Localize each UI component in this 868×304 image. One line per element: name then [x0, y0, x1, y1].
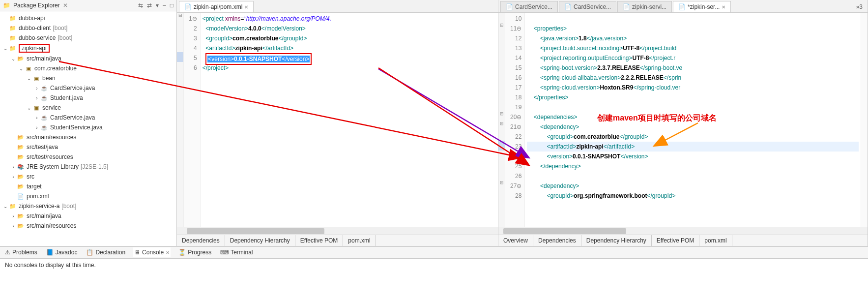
- tree-node-src[interactable]: ›📂src: [0, 172, 176, 182]
- bottom-tab-dependencies[interactable]: Dependencies: [177, 235, 225, 246]
- file-icon: 📄: [678, 3, 686, 10]
- tree-node-service[interactable]: ⌄▣service: [0, 103, 176, 113]
- tree-node-target[interactable]: 📂target: [0, 182, 176, 191]
- file-icon: 📄: [623, 3, 630, 10]
- left-bottom-tabs: DependenciesDependency HierarchyEffectiv…: [177, 235, 498, 246]
- close-tab-icon[interactable]: ✕: [244, 4, 248, 10]
- minimize-icon[interactable]: –: [163, 2, 166, 9]
- tree-node-pom-xml[interactable]: 📄pom.xml: [0, 191, 176, 201]
- left-code[interactable]: <project xmlns="http://maven.apache.org/…: [201, 13, 498, 227]
- tree-node-src-main-resources[interactable]: 📂src/main/resources: [0, 132, 176, 142]
- right-h-scrollbar[interactable]: [498, 227, 868, 235]
- file-icon: 📄: [564, 3, 572, 10]
- javadoc-icon: 📘: [46, 249, 54, 256]
- tree-node-dubbo-service[interactable]: 📁dubbo-service[boot]: [0, 33, 176, 43]
- tree-node-src-main-java[interactable]: ⌄📂src/main/java: [0, 54, 176, 63]
- close-icon[interactable]: ✕: [166, 250, 170, 255]
- tree-node-src-main-resources[interactable]: ›📂src/main/resources: [0, 221, 176, 231]
- tree-node-dubbo-client[interactable]: 📁dubbo-client[boot]: [0, 23, 176, 33]
- bottom-tab-overview[interactable]: Overview: [498, 235, 533, 246]
- console-tab-declaration[interactable]: 📋Declaration: [85, 247, 126, 257]
- package-explorer-tree[interactable]: 📁dubbo-api📁dubbo-client[boot]📁dubbo-serv…: [0, 11, 176, 246]
- console-body: No consoles to display at this time.: [0, 259, 868, 272]
- bottom-tab-dependencies[interactable]: Dependencies: [533, 235, 581, 246]
- tree-node-cardservice-java[interactable]: ›☕CardService.java: [0, 83, 176, 93]
- bottom-tab-effective-pom[interactable]: Effective POM: [652, 235, 699, 246]
- bottom-tab-dependency-hierarchy[interactable]: Dependency Hierarchy: [225, 235, 295, 246]
- tab-zipkin-servi---[interactable]: 📄zipkin-servi...: [617, 1, 672, 12]
- xml-file-icon: 📄: [184, 3, 192, 10]
- collapse-all-icon[interactable]: ⇆: [138, 2, 143, 9]
- tree-node-src-test-java[interactable]: 📂src/test/java: [0, 142, 176, 152]
- package-explorer-header: 📁 Package Explorer ✕ ⇆ ⇄ ▾ – □: [0, 0, 176, 11]
- folder-icon: 📁: [3, 2, 10, 9]
- right-gutter: 1011⊖121314151617181920⊖21⊖222324252627⊖…: [505, 13, 525, 227]
- console-tabs: ⚠Problems📘Javadoc📋Declaration🖥Console ✕⏳…: [0, 246, 868, 259]
- link-editor-icon[interactable]: ⇄: [147, 2, 152, 9]
- right-editor-pane: 📄CardService...📄CardService...📄zipkin-se…: [498, 0, 868, 246]
- console-tab-terminal[interactable]: ⌨Terminal: [219, 247, 254, 257]
- console-tab-progress[interactable]: ⏳Progress: [177, 247, 212, 257]
- terminal-icon: ⌨: [220, 249, 229, 256]
- right-code[interactable]: <properties> <java.version>1.8</java.ver…: [525, 13, 861, 227]
- tree-node-com-creatorblue[interactable]: ⌄▣com.creatorblue: [0, 63, 176, 73]
- console-area: ⚠Problems📘Javadoc📋Declaration🖥Console ✕⏳…: [0, 246, 868, 272]
- tab-zipkin-api-pom[interactable]: 📄 zipkin-api/pom.xml ✕: [179, 1, 254, 12]
- right-editor-tabs: 📄CardService...📄CardService...📄zipkin-se…: [498, 0, 868, 13]
- bottom-tab-pom.xml[interactable]: pom.xml: [699, 235, 732, 246]
- view-menu-icon[interactable]: ▾: [156, 2, 159, 9]
- package-explorer-view: 📁 Package Explorer ✕ ⇆ ⇄ ▾ – □ 📁dubbo-ap…: [0, 0, 177, 246]
- console-icon: 🖥: [134, 249, 140, 256]
- bottom-tab-dependency-hierarchy[interactable]: Dependency Hierarchy: [581, 235, 652, 246]
- problems-icon: ⚠: [5, 249, 10, 256]
- bottom-tab-effective-pom[interactable]: Effective POM: [295, 235, 343, 246]
- tab-cardservice---[interactable]: 📄CardService...: [500, 1, 558, 12]
- console-tab-javadoc[interactable]: 📘Javadoc: [45, 247, 79, 257]
- tree-node-zipkin-api[interactable]: ⌄📁zipkin-api: [0, 43, 176, 54]
- close-tab-icon[interactable]: ✕: [722, 4, 725, 10]
- tree-node-studentservice-java[interactable]: ›☕StudentService.java: [0, 122, 176, 132]
- bottom-tab-pom.xml[interactable]: pom.xml: [343, 235, 376, 246]
- declaration-icon: 📋: [86, 249, 93, 256]
- tab-cardservice---[interactable]: 📄CardService...: [559, 1, 616, 12]
- left-gutter: 1⊖23456: [184, 13, 201, 227]
- tab-overflow[interactable]: »3: [853, 1, 866, 12]
- tree-node-jre-system-library[interactable]: ›📚JRE System Library[J2SE-1.5]: [0, 162, 176, 172]
- tab-label: zipkin-api/pom.xml: [194, 3, 242, 10]
- tree-node-dubbo-api[interactable]: 📁dubbo-api: [0, 13, 176, 23]
- console-tab-problems[interactable]: ⚠Problems: [4, 247, 38, 257]
- tree-node-student-java[interactable]: ›☕Student.java: [0, 93, 176, 103]
- tree-node-src-main-java[interactable]: ›📂src/main/java: [0, 211, 176, 221]
- file-icon: 📄: [506, 3, 513, 10]
- tab--zipkin-ser---[interactable]: 📄*zipkin-ser...✕: [673, 1, 731, 12]
- left-editor-body[interactable]: ⊟ 1⊖23456 <project xmlns="http://maven.a…: [177, 13, 498, 227]
- right-editor-body[interactable]: ⊟⊟⊟⊟ 1011⊖121314151617181920⊖21⊖22232425…: [498, 13, 868, 227]
- left-editor-pane: 📄 zipkin-api/pom.xml ✕ ⊟ 1⊖23456 <projec…: [177, 0, 498, 246]
- left-h-scrollbar[interactable]: [177, 227, 498, 235]
- close-view-icon[interactable]: ✕: [63, 2, 68, 9]
- progress-icon: ⏳: [178, 249, 186, 256]
- tree-node-zipkin-service-a[interactable]: ⌄📁zipkin-service-a[boot]: [0, 201, 176, 211]
- right-bottom-tabs: OverviewDependenciesDependency Hierarchy…: [498, 235, 868, 246]
- tree-node-src-test-resources[interactable]: 📂src/test/resources: [0, 152, 176, 162]
- tree-node-bean[interactable]: ⌄▣bean: [0, 73, 176, 83]
- console-tab-console[interactable]: 🖥Console ✕: [133, 247, 171, 257]
- overview-ruler[interactable]: [861, 13, 868, 227]
- left-editor-tabs: 📄 zipkin-api/pom.xml ✕: [177, 0, 498, 13]
- maximize-icon[interactable]: □: [170, 2, 174, 9]
- package-explorer-title: Package Explorer: [13, 2, 60, 9]
- tree-node-cardservice-java[interactable]: ›☕CardService.java: [0, 113, 176, 122]
